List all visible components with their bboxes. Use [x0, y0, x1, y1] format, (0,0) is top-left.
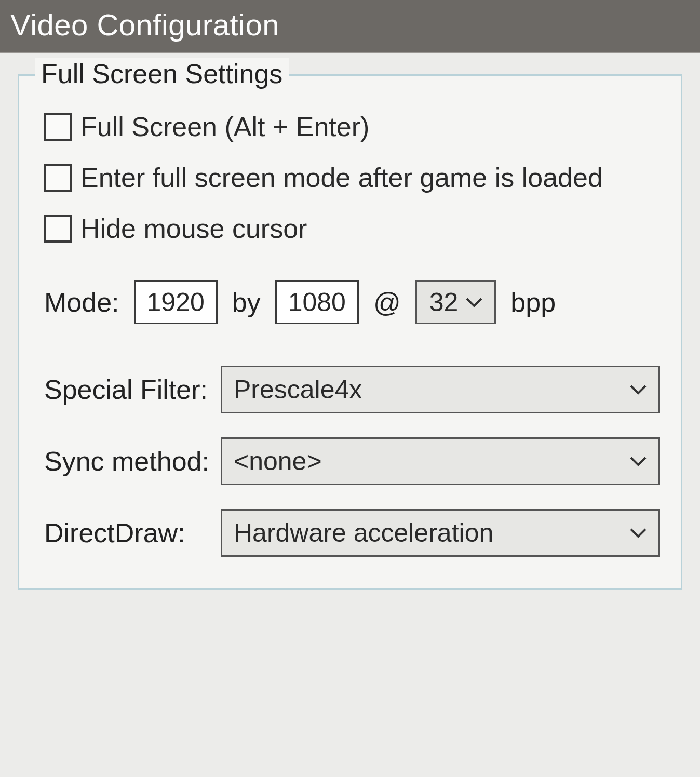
- window-titlebar: Video Configuration: [0, 0, 700, 53]
- fullscreen-checkbox-label: Full Screen (Alt + Enter): [80, 111, 369, 142]
- sync-method-row: Sync method: <none>: [44, 437, 660, 485]
- mode-bpp-select[interactable]: 32: [415, 280, 496, 324]
- chevron-down-icon: [629, 527, 647, 539]
- window-title: Video Configuration: [10, 8, 279, 42]
- mode-bpp-value: 32: [429, 288, 459, 317]
- hide-cursor-checkbox-label: Hide mouse cursor: [80, 213, 307, 244]
- fullscreen-checkbox[interactable]: [44, 113, 72, 141]
- mode-by-label: by: [232, 287, 261, 318]
- special-filter-value: Prescale4x: [234, 375, 362, 404]
- mode-label: Mode:: [44, 287, 119, 318]
- special-filter-row: Special Filter: Prescale4x: [44, 366, 660, 413]
- chevron-down-icon: [629, 384, 647, 395]
- directdraw-label: DirectDraw:: [44, 517, 221, 548]
- dialog-body: Full Screen Settings Full Screen (Alt + …: [0, 53, 700, 610]
- mode-width-input[interactable]: 1920: [134, 280, 218, 324]
- hide-cursor-checkbox[interactable]: [44, 215, 72, 243]
- mode-bpp-suffix: bpp: [510, 287, 556, 318]
- special-filter-label: Special Filter:: [44, 374, 221, 405]
- mode-height-input[interactable]: 1080: [275, 280, 359, 324]
- enter-after-load-check-row: Enter full screen mode after game is loa…: [44, 162, 660, 193]
- hide-cursor-check-row: Hide mouse cursor: [44, 213, 660, 244]
- enter-after-load-checkbox-label: Enter full screen mode after game is loa…: [80, 162, 603, 193]
- directdraw-row: DirectDraw: Hardware acceleration: [44, 509, 660, 557]
- directdraw-value: Hardware acceleration: [234, 518, 493, 547]
- sync-method-select[interactable]: <none>: [221, 437, 660, 485]
- group-legend: Full Screen Settings: [35, 58, 289, 89]
- chevron-down-icon: [629, 456, 647, 467]
- chevron-down-icon: [465, 297, 483, 308]
- fullscreen-check-row: Full Screen (Alt + Enter): [44, 111, 660, 142]
- special-filter-select[interactable]: Prescale4x: [221, 366, 660, 413]
- mode-row: Mode: 1920 by 1080 @ 32 bpp: [44, 280, 660, 324]
- directdraw-select[interactable]: Hardware acceleration: [221, 509, 660, 557]
- sync-method-value: <none>: [234, 447, 322, 476]
- enter-after-load-checkbox[interactable]: [44, 164, 72, 192]
- fullscreen-settings-group: Full Screen Settings Full Screen (Alt + …: [18, 74, 682, 590]
- sync-method-label: Sync method:: [44, 446, 221, 477]
- mode-at-label: @: [373, 287, 401, 318]
